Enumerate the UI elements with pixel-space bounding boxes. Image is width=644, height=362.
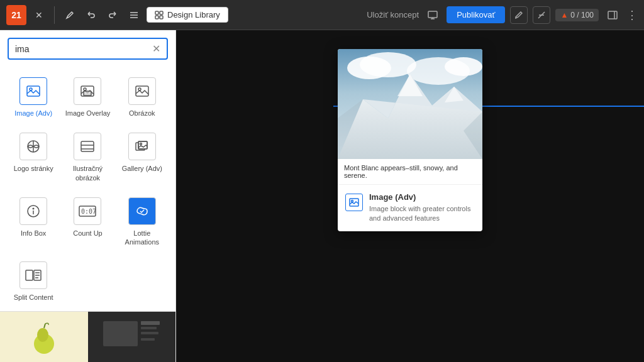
item-label-obrazok: Obrázok [129, 109, 155, 118]
svg-rect-35 [26, 270, 33, 280]
grid-item-ilustracny[interactable]: Ilustračný obrázok [62, 128, 113, 187]
svg-rect-47 [141, 338, 155, 341]
grid-item-obrazok[interactable]: Obrázok [116, 72, 168, 123]
grid-item-gallery[interactable]: Gallery (Adv) [116, 128, 168, 187]
topbar: 21 ✕ Design Library Uložiť koncept [0, 0, 644, 30]
item-icon-logo-stranky [19, 133, 47, 160]
item-label-split-content: Split Content [14, 293, 53, 302]
counter-badge: ▲ 0 / 100 [555, 9, 599, 21]
design-library-button[interactable]: Design Library [147, 7, 228, 23]
save-draft-button[interactable]: Uložiť koncept [367, 10, 419, 19]
item-icon-image-adv [19, 77, 47, 105]
thumbnails [0, 311, 175, 362]
svg-rect-43 [103, 321, 138, 346]
panel-toggle-button[interactable] [604, 6, 621, 24]
item-label-info-box: Info Box [21, 229, 46, 238]
svg-rect-3 [155, 11, 158, 14]
pen-tool-button[interactable] [61, 6, 79, 24]
svg-rect-19 [136, 86, 148, 96]
grid-item-count-up[interactable]: 0:07 Count Up [62, 192, 113, 252]
redo-button[interactable] [104, 6, 121, 24]
svg-rect-6 [160, 16, 163, 19]
items-grid: Image (Adv) Image Overlay [0, 67, 175, 311]
svg-line-42 [44, 324, 45, 328]
item-icon-image-overlay [74, 77, 101, 105]
svg-text:0:07: 0:07 [81, 208, 96, 215]
card-description: Image block with greater controls and ad… [369, 204, 475, 224]
main-area: ✕ Image (Adv) [0, 30, 644, 362]
svg-rect-12 [608, 11, 617, 19]
card-info-icon [345, 194, 363, 211]
item-label-count-up: Count Up [73, 229, 102, 238]
svg-rect-45 [141, 327, 157, 329]
counter-icon: ▲ [560, 11, 568, 19]
grid-item-image-overlay[interactable]: Image Overlay [62, 72, 113, 123]
thumbnail-dark[interactable] [88, 312, 176, 362]
svg-point-32 [33, 208, 34, 209]
card-caption: Mont Blanc appears–still, snowy, and ser… [338, 159, 482, 185]
grid-item-image-adv[interactable]: Image (Adv) [8, 72, 59, 123]
svg-rect-46 [141, 332, 158, 334]
edit-icon-button[interactable] [510, 6, 528, 24]
svg-rect-14 [27, 86, 40, 96]
item-icon-ilustracny [74, 133, 101, 160]
search-input[interactable] [15, 44, 148, 54]
item-label-ilustracny: Ilustračný obrázok [64, 164, 111, 182]
design-library-label: Design Library [167, 10, 220, 19]
card-title: Image (Adv) [369, 192, 475, 202]
item-label-gallery: Gallery (Adv) [122, 164, 162, 173]
item-icon-split-content [19, 261, 47, 289]
card-info-text: Image (Adv) Image block with greater con… [369, 192, 475, 224]
left-panel: ✕ Image (Adv) [0, 30, 176, 362]
item-icon-obrazok [128, 77, 156, 105]
thumbnail-pear[interactable] [0, 312, 88, 362]
image-card: Mont Blanc appears–still, snowy, and ser… [338, 49, 482, 231]
card-info: Image (Adv) Image block with greater con… [338, 185, 482, 231]
card-image [338, 49, 482, 159]
svg-rect-44 [141, 321, 160, 325]
grid-item-logo-stranky[interactable]: Logo stránky [8, 128, 59, 187]
svg-rect-5 [155, 16, 158, 19]
item-icon-info-box [19, 197, 47, 225]
close-button[interactable]: ✕ [30, 6, 48, 24]
item-icon-lottie [128, 197, 156, 225]
publish-button[interactable]: Publikovať [447, 6, 505, 23]
canvas-area: Mont Blanc appears–still, snowy, and ser… [176, 30, 644, 362]
slash-icon-button[interactable] [533, 6, 550, 24]
item-label-lottie: Lottie Animations [119, 229, 165, 247]
more-options-button[interactable]: ⋮ [626, 8, 638, 22]
undo-button[interactable] [82, 6, 100, 24]
item-label-image-overlay: Image Overlay [65, 109, 111, 118]
svg-rect-18 [84, 91, 91, 96]
svg-rect-7 [428, 11, 437, 18]
item-icon-gallery [128, 133, 156, 160]
clear-search-button[interactable]: ✕ [152, 43, 160, 55]
item-label-image-adv: Image (Adv) [14, 109, 52, 118]
svg-point-60 [352, 200, 353, 202]
svg-rect-23 [81, 141, 94, 151]
menu-button[interactable] [125, 6, 143, 24]
item-icon-count-up: 0:07 [74, 197, 101, 225]
search-bar: ✕ [8, 38, 168, 60]
topbar-right: Uložiť koncept Publikovať ▲ 0 / 100 ⋮ [367, 6, 638, 24]
svg-rect-4 [160, 11, 163, 14]
svg-point-41 [37, 328, 48, 342]
grid-item-info-box[interactable]: Info Box [8, 192, 59, 252]
grid-item-lottie[interactable]: Lottie Animations [116, 192, 168, 252]
grid-item-split-content[interactable]: Split Content [8, 256, 59, 307]
app-logo: 21 [6, 5, 26, 25]
svg-point-52 [445, 57, 482, 76]
monitor-icon-button[interactable] [424, 6, 441, 24]
separator [54, 6, 55, 24]
counter-value: 0 / 100 [570, 11, 594, 19]
item-label-logo-stranky: Logo stránky [14, 164, 53, 173]
